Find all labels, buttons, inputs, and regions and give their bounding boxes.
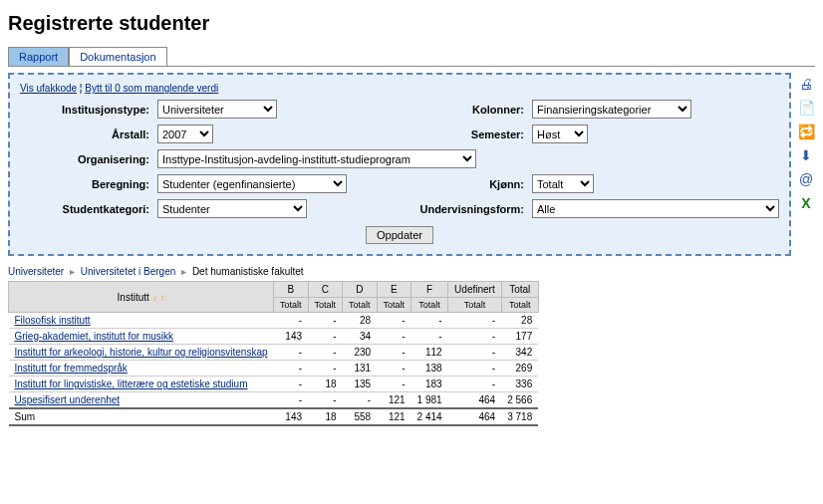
select-beregning[interactable]: Studenter (egenfinansierte) xyxy=(157,174,347,193)
crumb-0[interactable]: Universiteter xyxy=(8,266,64,277)
row-link[interactable]: Institutt for arkeologi, historie, kultu… xyxy=(15,347,268,358)
tab-bar: Rapport Dokumentasjon xyxy=(8,47,815,67)
breadcrumb: Universiteter ▸ Universitetet i Bergen ▸… xyxy=(8,266,815,277)
select-arstall[interactable]: 2007 xyxy=(157,125,213,143)
label-beregning: Beregning: xyxy=(20,178,149,190)
table-row: Filosofisk institutt--28---28 xyxy=(9,313,539,329)
select-institusjonstype[interactable]: Universiteter xyxy=(157,100,277,119)
select-kolonner[interactable]: Finansieringskategorier xyxy=(532,100,691,119)
mail-icon[interactable]: @ xyxy=(799,172,813,186)
update-button[interactable]: Oppdater xyxy=(366,226,433,244)
row-link[interactable]: Institutt for fremmedspråk xyxy=(15,363,128,374)
row-link[interactable]: Institutt for lingvistiske, litterære og… xyxy=(15,378,248,389)
excel-icon[interactable]: X xyxy=(801,196,810,210)
label-arstall: Årstall: xyxy=(20,128,149,140)
table-row: Uspesifisert underenhet---1211 9814642 5… xyxy=(9,392,539,409)
col-B[interactable]: B xyxy=(274,282,309,298)
table-row: Institutt for fremmedspråk--131-138-269 xyxy=(9,361,539,377)
table-row: Institutt for lingvistiske, litterære og… xyxy=(9,377,539,392)
select-kjonn[interactable]: Totalt xyxy=(532,174,594,193)
icon-rail: 🖨 📄 🔁 ⬇ @ X xyxy=(797,73,815,256)
col-F[interactable]: F xyxy=(412,282,448,298)
crumb-2: Det humanistiske fakultet xyxy=(192,266,304,277)
table-row: Institutt for arkeologi, historie, kultu… xyxy=(9,345,539,361)
select-organisering[interactable]: Insttype-Institusjon-avdeling-institutt-… xyxy=(157,149,476,168)
link-bytt-til-0[interactable]: Bytt til 0 som manglende verdi xyxy=(85,83,218,94)
download-icon[interactable]: ⬇ xyxy=(800,148,812,162)
row-link[interactable]: Grieg-akademiet, institutt for musikk xyxy=(15,331,174,342)
label-undervisningsform: Undervisningsform: xyxy=(395,203,524,215)
row-link[interactable]: Filosofisk institutt xyxy=(15,315,91,326)
filter-panel: Vis ufakkode ¦ Bytt til 0 som manglende … xyxy=(8,73,791,256)
exchange-icon[interactable]: 🔁 xyxy=(798,125,815,138)
print-icon[interactable]: 🖨 xyxy=(799,77,813,91)
tab-rapport[interactable]: Rapport xyxy=(8,47,69,66)
select-studentkategori[interactable]: Studenter xyxy=(157,199,307,218)
row-link[interactable]: Uspesifisert underenhet xyxy=(15,394,121,405)
toplinks: Vis ufakkode ¦ Bytt til 0 som manglende … xyxy=(20,83,779,94)
sum-row: Sum143185581212 4144643 718 xyxy=(9,408,539,425)
col-total[interactable]: Total xyxy=(501,282,538,298)
col-udef[interactable]: Udefinert xyxy=(448,282,502,298)
col-E[interactable]: E xyxy=(377,282,412,298)
label-kjonn: Kjønn: xyxy=(424,178,524,190)
label-organisering: Organisering: xyxy=(20,153,149,165)
data-table: Institutt ↓ ↑ B C D E F Udefinert Total … xyxy=(8,281,539,426)
select-semester[interactable]: Høst xyxy=(532,125,588,143)
link-vis-ufakkode[interactable]: Vis ufakkode xyxy=(20,83,77,94)
label-studentkategori: Studentkategori: xyxy=(20,203,149,215)
label-semester: Semester: xyxy=(424,128,524,140)
col-institutt[interactable]: Institutt ↓ ↑ xyxy=(9,282,274,313)
col-C[interactable]: C xyxy=(308,282,343,298)
col-D[interactable]: D xyxy=(343,282,378,298)
label-kolonner: Kolonner: xyxy=(424,104,524,116)
page-title: Registrerte studenter xyxy=(8,12,815,35)
sort-icon[interactable]: ↓ ↑ xyxy=(152,292,165,303)
table-row: Grieg-akademiet, institutt for musikk143… xyxy=(9,329,539,345)
select-undervisningsform[interactable]: Alle xyxy=(532,199,779,218)
label-institusjonstype: Institusjonstype: xyxy=(20,104,149,116)
crumb-1[interactable]: Universitetet i Bergen xyxy=(81,266,176,277)
tab-dokumentasjon[interactable]: Dokumentasjon xyxy=(69,47,166,66)
copy-icon[interactable]: 📄 xyxy=(798,101,815,115)
